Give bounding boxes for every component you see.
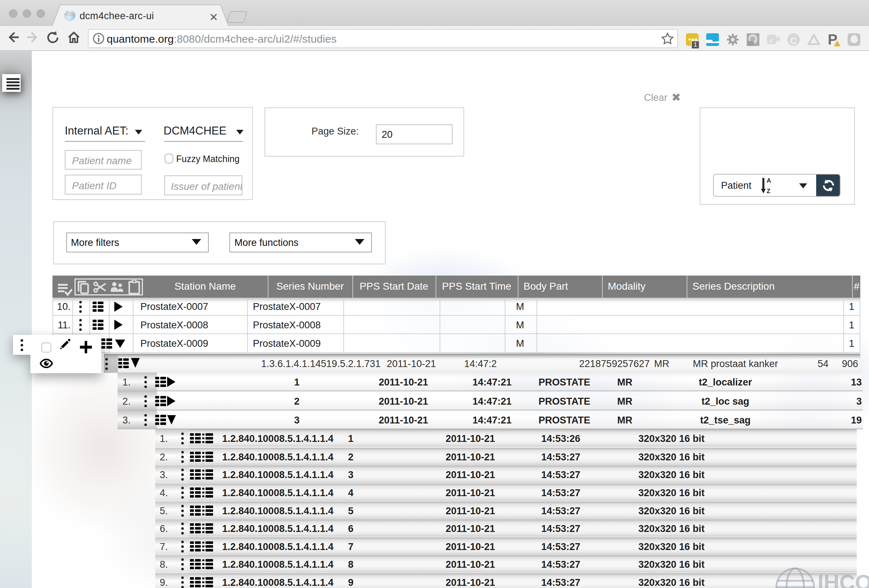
svg-text:Z: Z (767, 188, 770, 194)
svg-text:IHCO: IHCO (818, 570, 869, 588)
svg-text:A: A (767, 177, 771, 184)
